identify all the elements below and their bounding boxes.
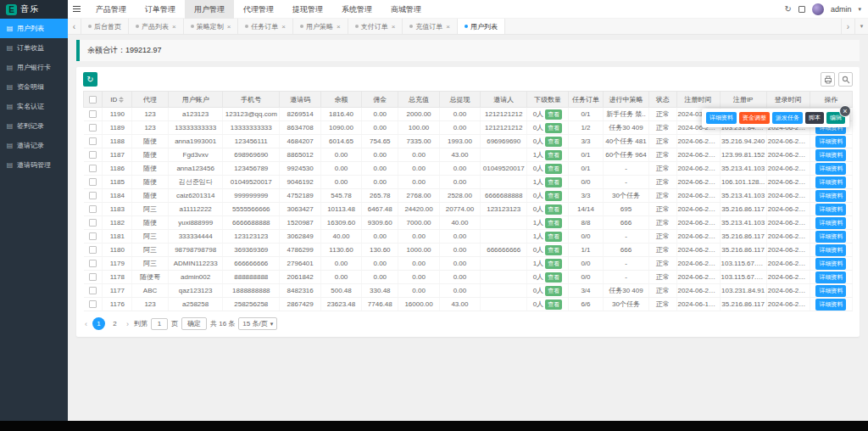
table-refresh-button[interactable]: ↻ [83,72,97,87]
sidebar-item[interactable]: ▤订单收益 [0,38,68,58]
sidebar-item[interactable]: ▤签到记录 [0,116,68,136]
topnav-item[interactable]: 产品管理 [86,0,136,19]
row-checkbox[interactable] [89,151,97,159]
row-checkbox[interactable] [89,137,97,145]
topnav-item[interactable]: 系统管理 [332,0,381,19]
detail-button[interactable]: 详细资料 [815,136,846,148]
tab-item[interactable]: 产品列表× [129,19,184,34]
close-icon[interactable]: × [839,105,851,117]
sidebar-item[interactable]: ▤用户列表 [0,19,68,38]
tab-item[interactable]: 支付订单× [348,19,403,34]
prev-page-icon[interactable]: ‹ [83,320,89,328]
refresh-icon[interactable]: ↻ [785,5,792,14]
view-button[interactable]: 查看 [545,137,562,147]
tab-scroll-right-icon[interactable]: › [841,19,854,34]
row-checkbox[interactable] [89,300,97,308]
view-button[interactable]: 查看 [545,259,562,269]
detail-button[interactable]: 详细资料 [815,299,846,311]
view-button[interactable]: 查看 [545,123,562,133]
tab-item[interactable]: 用户列表 [458,19,505,34]
view-button[interactable]: 查看 [545,299,562,310]
view-button[interactable]: 查看 [545,177,562,188]
row-checkbox[interactable] [89,165,97,172]
view-button[interactable]: 查看 [545,218,562,228]
sidebar-item[interactable]: ▤邀请记录 [0,136,68,155]
tab-item[interactable]: 后台首页 [81,19,129,34]
fund-adjust-button[interactable]: 资金调整 [739,112,770,124]
row-checkbox[interactable] [89,205,97,213]
view-button[interactable]: 查看 [545,232,562,242]
dispatch-task-button[interactable]: 派发任务 [772,112,803,124]
detail-button[interactable]: 详细资料 [815,244,846,256]
topnav-item[interactable]: 提现管理 [283,0,332,19]
row-checkbox[interactable] [89,124,97,132]
sidebar-item[interactable]: ▤邀请码管理 [0,155,68,175]
row-checkbox[interactable] [89,178,97,186]
detail-button[interactable]: 详细资料 [815,271,846,283]
next-page-icon[interactable]: › [125,320,131,328]
view-button[interactable]: 查看 [545,245,562,255]
sort-icon[interactable] [119,97,124,103]
print-icon[interactable] [821,72,835,87]
detail-button[interactable]: 详细资料 [815,204,846,216]
select-all-checkbox[interactable] [89,96,97,104]
view-button[interactable]: 查看 [545,191,562,201]
chevron-down-icon[interactable]: ▾ [858,6,861,13]
view-button[interactable]: 查看 [545,272,562,283]
app-logo[interactable]: E 音乐 [0,0,68,19]
row-checkbox[interactable] [89,273,97,281]
detail-button[interactable]: 详细资料 [815,163,846,175]
tab-menu-icon[interactable]: ▾ [854,19,868,34]
detail-button[interactable]: 详细资料 [815,217,846,229]
tab-item[interactable]: 用户策略× [293,19,348,34]
sidebar-item[interactable]: ▤用户银行卡 [0,58,68,77]
tab-close-icon[interactable]: × [392,23,396,31]
tab-close-icon[interactable]: × [227,23,231,31]
tab-scroll-left-icon[interactable]: ‹ [68,19,81,34]
detail-button[interactable]: 详细资料 [815,149,846,161]
detail-button[interactable]: 详细资料 [815,231,846,243]
sidebar-item[interactable]: ▤实名认证 [0,97,68,116]
view-button[interactable]: 查看 [545,286,562,296]
view-button[interactable]: 查看 [545,164,562,174]
page-button[interactable]: 2 [108,317,121,330]
tab-item[interactable]: 策略定制× [184,19,239,34]
row-checkbox[interactable] [89,110,97,118]
row-checkbox[interactable] [89,287,97,294]
tab-item[interactable]: 任务订单× [238,19,293,34]
detail-button[interactable]: 详细资料 [815,176,846,188]
tab-item[interactable]: 充值订单× [403,19,458,34]
username-label[interactable]: admin [831,5,852,14]
row-checkbox[interactable] [89,219,97,227]
view-button[interactable]: 查看 [545,204,562,215]
view-button[interactable]: 查看 [545,109,562,120]
tab-close-icon[interactable]: × [446,23,450,31]
row-checkbox[interactable] [89,246,97,254]
tab-close-icon[interactable]: × [337,23,341,31]
per-page-select[interactable]: 15 条/页▾ [238,317,277,330]
search-icon[interactable] [838,72,853,87]
detail-button[interactable]: 详细资料 [815,258,846,270]
fullscreen-icon[interactable] [798,6,805,13]
goto-page-input[interactable] [151,318,168,330]
avatar[interactable] [812,3,824,15]
row-checkbox[interactable] [89,232,97,240]
script-button[interactable]: 脚本 [805,112,824,124]
topnav-item[interactable]: 代理管理 [234,0,283,19]
row-checkbox[interactable] [89,192,97,199]
tab-close-icon[interactable]: × [172,23,176,31]
detail-button[interactable]: 详细资料 [815,190,846,202]
detail-button[interactable]: 详细资料 [815,285,846,297]
sort-desc-icon[interactable] [119,100,124,103]
confirm-page-button[interactable]: 确定 [181,317,207,330]
tab-close-icon[interactable]: × [281,23,286,31]
sort-asc-icon[interactable] [119,97,124,99]
menu-toggle-icon[interactable] [68,0,86,19]
page-button[interactable]: 1 [92,317,105,330]
sidebar-item[interactable]: ▤资金明细 [0,77,68,97]
topnav-item[interactable]: 订单管理 [136,0,185,19]
row-checkbox[interactable] [89,260,97,267]
detail-button[interactable]: 详细资料 [706,112,737,124]
topnav-item[interactable]: 用户管理 [185,0,234,19]
view-button[interactable]: 查看 [545,150,562,160]
